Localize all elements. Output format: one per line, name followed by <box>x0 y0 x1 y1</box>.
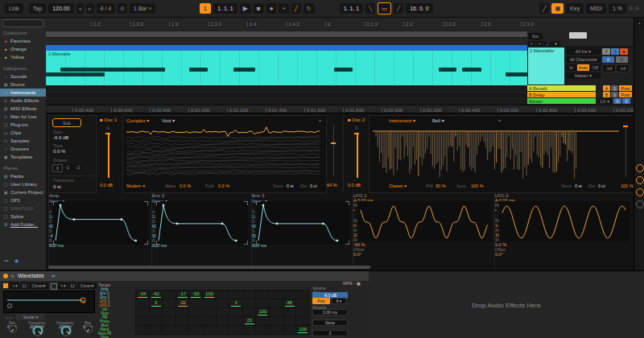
stop-button[interactable]: ■ <box>254 3 264 14</box>
computer-midi-keyboard-button[interactable]: ▦ <box>551 3 564 14</box>
filter1-slope-select[interactable]: 12 <box>20 282 28 289</box>
matrix-cell[interactable] <box>135 325 150 335</box>
sidebar-item-samples[interactable]: ▢SAMPLES <box>0 204 46 212</box>
return-b-pre-post-button[interactable]: Post <box>619 92 632 97</box>
pencil-icon[interactable]: ╱ <box>544 41 551 46</box>
osc2-wavetable-display[interactable] <box>371 125 621 179</box>
device-activator-button[interactable] <box>3 274 8 278</box>
osc1-semi-value[interactable]: 0 st <box>287 183 294 188</box>
matrix-cell[interactable] <box>216 325 230 335</box>
sidebar-item-midi-effects[interactable]: ▥MIDI Effects <box>0 105 46 113</box>
octave-minus1-button[interactable]: -1 <box>63 164 72 171</box>
track-color-area[interactable]: 2 Wavetable <box>528 47 564 84</box>
param-value-voices[interactable]: 3 <box>312 330 348 336</box>
sidebar-item-samples[interactable]: ∿Samples <box>0 137 46 145</box>
matrix-cell[interactable] <box>188 325 203 335</box>
loop-start-field[interactable]: 1. 1. 1 <box>340 3 363 14</box>
filter2-circuit-select[interactable]: Clean▾ <box>77 282 97 289</box>
quantize-menu[interactable]: 1 Bar ▾ <box>130 3 155 14</box>
osc2-position-value[interactable]: 100 % <box>621 183 634 188</box>
osc1-fold-value[interactable]: 0.0 % <box>218 183 229 188</box>
device-scrollbar[interactable] <box>48 266 370 269</box>
loop-button[interactable]: ▭ <box>378 2 391 14</box>
matrix-cell[interactable] <box>149 325 163 335</box>
return-b-solo-button[interactable]: S <box>611 92 618 97</box>
record-button[interactable]: ● <box>266 3 277 14</box>
sidebar-item-favorites[interactable]: ●Favorites <box>0 37 46 45</box>
osc1-category-select[interactable]: Complex ▾ <box>126 117 149 123</box>
time-signature-field[interactable]: 4 / 4 <box>97 3 116 14</box>
lfo-display[interactable] <box>357 201 491 241</box>
osc2-gain-slider[interactable] <box>357 133 358 178</box>
sidebar-item-plug-ins[interactable]: ◫Plug-ins <box>0 121 46 129</box>
tap-tempo-button[interactable]: Tap <box>29 3 46 14</box>
sidebar-item-grooves[interactable]: ≈Grooves <box>0 145 46 153</box>
sidebar-item-op1[interactable]: ▢OP1 <box>0 196 46 204</box>
osc2-category-select[interactable]: Instrument ▾ <box>389 117 415 123</box>
matrix-cell[interactable] <box>162 325 176 335</box>
master-output-select[interactable]: 1/2 ▾ <box>597 98 612 104</box>
osc1-detune-value[interactable]: 0 ct <box>310 183 317 188</box>
monitor-auto-button[interactable]: Auto <box>577 64 589 71</box>
punch-in-button[interactable]: ╲ <box>365 3 375 14</box>
draw-mode-button[interactable]: ╱ <box>539 3 549 14</box>
transpose-value[interactable]: 0 st <box>53 184 61 189</box>
track-header-wavetable[interactable]: 2 Wavetable All Ins ▾ All Channels▾ In A… <box>527 47 635 87</box>
input-routing-select[interactable]: All Ins ▾ <box>566 48 601 55</box>
matrix-cell[interactable]: 100 <box>295 325 310 335</box>
lfo-param-value[interactable]: 0.0° <box>495 252 634 257</box>
marker-prev-button[interactable]: ▪ <box>528 41 535 46</box>
sidebar-item-instruments[interactable]: ▤Instruments <box>0 89 46 97</box>
osc1-warp-value[interactable]: 0.0 % <box>180 183 191 188</box>
play-button[interactable]: ▶ <box>240 3 251 14</box>
filter2-type-select[interactable]: ∿▾ <box>58 282 68 289</box>
tempo-field[interactable]: 120.00 <box>48 3 73 14</box>
osc1-gain-slider[interactable] <box>108 133 109 178</box>
filter2-toggle[interactable] <box>51 283 57 290</box>
monitor-off-button[interactable]: Off <box>590 64 601 71</box>
filter1-type-select[interactable]: ∿▾ <box>10 282 19 289</box>
sends-section-toggle-button[interactable] <box>636 176 644 184</box>
mpe-settings-icon[interactable]: ◦ ▣ <box>353 281 361 286</box>
new-button[interactable]: + <box>279 3 288 14</box>
sidebar-item-current-project[interactable]: ▣Current Project <box>0 188 46 196</box>
osc1-position-value[interactable]: 64 % <box>327 183 337 188</box>
marker-next-button[interactable]: ▪ <box>536 41 543 46</box>
sidebar-item-templates[interactable]: ▣Templates <box>0 153 46 161</box>
input-channel-select[interactable]: All Channels▾ <box>566 56 601 63</box>
output-routing-select[interactable]: Master ▾ <box>566 72 601 79</box>
follow-button[interactable]: ↧ <box>200 3 211 14</box>
browser-preview-icon[interactable]: ◉ <box>14 258 19 263</box>
osc2-level-value[interactable]: 0.0 dB <box>348 183 361 188</box>
sub-gain-value[interactable]: -6.0 dB <box>53 135 68 140</box>
osc1-view-menu[interactable]: ▾ <box>319 117 321 123</box>
filter-display[interactable] <box>3 291 95 313</box>
param-value-unison[interactable]: None <box>312 319 348 326</box>
osc1-position-slider[interactable] <box>333 125 334 176</box>
send-a-field[interactable]: -inf <box>602 64 616 72</box>
metronome-icon[interactable]: ⊙ <box>118 3 127 14</box>
monitor-in-button[interactable]: In <box>566 64 576 71</box>
knob-res[interactable] <box>9 325 17 333</box>
return-b-send-button[interactable]: B <box>603 92 610 97</box>
midi-map-button[interactable]: MIDI <box>586 3 606 14</box>
sidebar-item-user-library[interactable]: ▢User Library <box>0 180 46 188</box>
sidebar-item-orange[interactable]: ●Orange <box>0 45 46 53</box>
envelope-display[interactable] <box>256 201 349 245</box>
octave-minus2-button[interactable]: -2 <box>73 164 82 171</box>
link-button[interactable]: Link <box>5 3 23 14</box>
knob-frequency[interactable] <box>32 325 43 336</box>
osc1-table-select[interactable]: Void ▾ <box>162 117 175 123</box>
pan-field[interactable]: C <box>616 56 628 63</box>
osc2-position-slider[interactable] <box>625 126 626 177</box>
filter1-circuit-select[interactable]: Clean▾ <box>29 282 48 289</box>
osc2-view-menu[interactable]: ▾ <box>498 117 501 123</box>
scroll-handle[interactable] <box>569 32 587 39</box>
punch-out-button[interactable]: ╱ <box>394 3 403 14</box>
param-value-glide[interactable]: 0.00 ms <box>312 309 348 315</box>
sidebar-item-splice[interactable]: ▢Splice <box>0 212 46 221</box>
overview-toggle-button[interactable]: ▪ <box>636 20 643 26</box>
filter-routing-select[interactable]: Serial ▾ <box>16 314 45 320</box>
osc2-effect-mode-select[interactable]: Classic ▾ <box>389 183 407 188</box>
master-volume-field[interactable]: 0 <box>613 98 621 104</box>
